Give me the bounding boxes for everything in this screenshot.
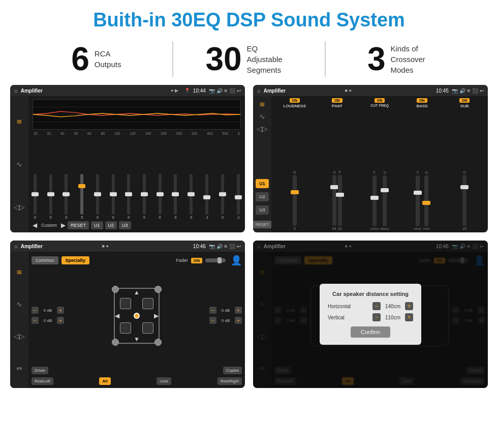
stat-eq: 30 EQ Adjustable Segments [183,43,315,75]
vol-plus-1[interactable]: + [57,307,64,314]
cm-tab-common[interactable]: Common [32,256,58,264]
stat-divider-1 [172,41,173,77]
left-vols: − 0 dB + − 0 dB + [32,307,64,325]
cm-bottom-btns: Driver Copilot [32,367,242,374]
eq-bottom-bar: ◀ Custom ▶ RESET U1 U2 U3 [33,221,241,229]
vol-minus-1[interactable]: − [32,307,39,314]
person-icon: 👤 [231,255,242,266]
eq-u2-btn[interactable]: U2 [105,221,117,229]
vol-icon-tr[interactable]: ◁▷ [257,125,268,133]
vol-minus-2[interactable]: − [32,317,39,324]
u3-btn-tr[interactable]: U3 [256,205,269,215]
vol-icon[interactable]: ◁▷ [14,203,25,211]
eq-slider-2: 0 [49,174,52,219]
vertical-minus-btn[interactable]: − [372,313,381,321]
eq-slider-10: 0 [174,174,177,219]
eq-reset-btn[interactable]: RESET [68,221,89,229]
sp-tl [112,286,119,293]
eq-sliders: 0 0 0 5 0 [33,138,241,219]
eq-next-arrow[interactable]: ▶ [61,222,66,229]
vol-plus-3[interactable]: + [235,307,242,314]
vol-minus-4[interactable]: − [209,317,216,324]
screen-crossover: ⌂ Amplifier ■ ● 10:45 📷 🔊 ✕ ⬛ ↩ ≋ ∿ ◁▷ U… [253,85,488,232]
band-sub: ON SUB G 20 [444,98,485,230]
spread-icon-bl[interactable]: ⇔ [16,364,22,372]
fader-slider[interactable] [205,258,226,262]
seat-rr [142,322,153,334]
stat-divider-2 [325,41,326,77]
copilot-btn[interactable]: Copilot [223,367,242,374]
dialog-title: Car speaker distance setting [328,291,413,297]
arrow-right[interactable]: ▶ [154,312,159,319]
cm-sidebar-bl: ≋ ∿ ◁▷ ⇔ [10,252,28,388]
arrow-down[interactable]: ▼ [134,336,140,343]
arrow-left[interactable]: ◀ [115,312,119,319]
eq-freq-labels: 25 32 40 50 63 80 100 125 160 200 250 32… [33,132,241,136]
vol-icon-bl[interactable]: ◁▷ [14,332,25,340]
user-btn[interactable]: User [157,377,171,385]
home-icon-bl[interactable]: ⌂ [14,243,18,249]
on-badge-cutfreq: ON [375,98,385,103]
eq-slider-8: 0 [143,174,146,219]
horizontal-minus-btn[interactable]: − [372,302,381,310]
u1-btn-tr[interactable]: U1 [256,179,269,188]
home-icon-tr[interactable]: ⌂ [257,87,261,94]
rearleft-btn[interactable]: RearLeft [32,377,53,385]
screen-cm-left: ⌂ Amplifier ■ ● 10:46 📷 🔊 ✕ ⬛ ↩ ≋ ∿ ◁▷ ⇔… [10,241,245,388]
wave-icon[interactable]: ∿ [16,160,22,168]
all-btn[interactable]: All [99,377,110,385]
eq-icon-tr[interactable]: ≋ [259,100,265,108]
sp-br [154,339,162,346]
vol-plus-4[interactable]: + [235,317,242,324]
driver-btn[interactable]: Driver [32,367,48,374]
horizontal-plus-btn[interactable]: + [405,302,413,310]
horizontal-value: 140cm [383,304,403,309]
right-vols: − 0 dB + − 0 dB + [209,307,242,325]
vol-row-4: − 0 dB + [209,317,242,324]
vol-plus-2[interactable]: + [57,317,64,324]
eq-slider-13: 0 [221,174,224,219]
cm-bottom-btns-2: RearLeft All User RearRight [32,377,242,385]
crossover-sidebar: ≋ ∿ ◁▷ U1 U2 U3 RESET [253,96,271,232]
crossover-content: ≋ ∿ ◁▷ U1 U2 U3 RESET ON LOUDNESS G [253,96,488,232]
topbar-controls-tr: 📷 🔊 ✕ ⬛ ↩ [452,88,484,94]
eq-slider-4: 5 [80,174,83,219]
reset-btn-tr[interactable]: RESET [253,221,271,228]
confirm-button[interactable]: Confirm [351,326,391,338]
cm-tab-specialty[interactable]: Specialty [61,256,90,264]
eq-prev-arrow[interactable]: ◀ [33,222,37,229]
dot-icons-bl: ■ ● [102,244,109,249]
on-badge-loudness: ON [290,98,300,103]
u2-btn-tr[interactable]: U2 [256,192,269,201]
arrow-up[interactable]: ▲ [134,289,140,296]
distance-dialog: Car speaker distance setting Horizontal … [320,284,421,345]
vol-row-3: − 0 dB + [209,307,242,314]
stats-row: 6 RCA Outputs 30 EQ Adjustable Segments … [0,37,498,85]
eq-icon-bl[interactable]: ≋ [16,268,22,276]
car-diagram: ◀ ▶ ▲ ▼ [67,283,206,349]
eq-slider-14: -1 [237,174,240,219]
screen-eq: ⌂ Amplifier ● ▶ 📍 10:44 📷 🔊 ✕ ⬛ ↩ ≋ ∿ ◁▷ [10,85,245,232]
screen-dialog: ⌂ Amplifier ■ ● 10:46 📷 🔊 ✕ ⬛ ↩ ≋ ∿ ◁▷ ⇔… [253,241,488,388]
eq-icon[interactable]: ≋ [16,117,22,126]
eq-u1-btn[interactable]: U1 [91,221,103,229]
home-icon[interactable]: ⌂ [14,87,18,94]
dot-icons: ● ▶ [171,88,178,93]
fader-label: Fader [176,258,188,263]
dot-icons-tr: ■ ● [345,88,352,93]
cm-body: − 0 dB + − 0 dB + [32,268,242,364]
wave-icon-bl[interactable]: ∿ [16,300,22,308]
vertical-plus-btn[interactable]: + [405,313,413,321]
stat-desc-rca: RCA Outputs [95,48,121,70]
stat-number-rca: 6 [71,43,89,75]
center-dot [134,313,140,319]
vol-minus-3[interactable]: − [209,307,216,314]
rearright-btn[interactable]: RearRight [217,377,242,385]
eq-content: ≋ ∿ ◁▷ [10,96,245,232]
wave-icon-tr[interactable]: ∿ [259,112,265,121]
eq-u3-btn[interactable]: U3 [119,221,131,229]
page-title: Buith-in 30EQ DSP Sound System [0,0,498,37]
cm-left-content: ≋ ∿ ◁▷ ⇔ Common Specialty Fader ON 👤 [10,252,245,388]
topbar-eq: ⌂ Amplifier ● ▶ 📍 10:44 📷 🔊 ✕ ⬛ ↩ [10,85,245,96]
topbar-time-tr: 10:45 [436,88,449,94]
